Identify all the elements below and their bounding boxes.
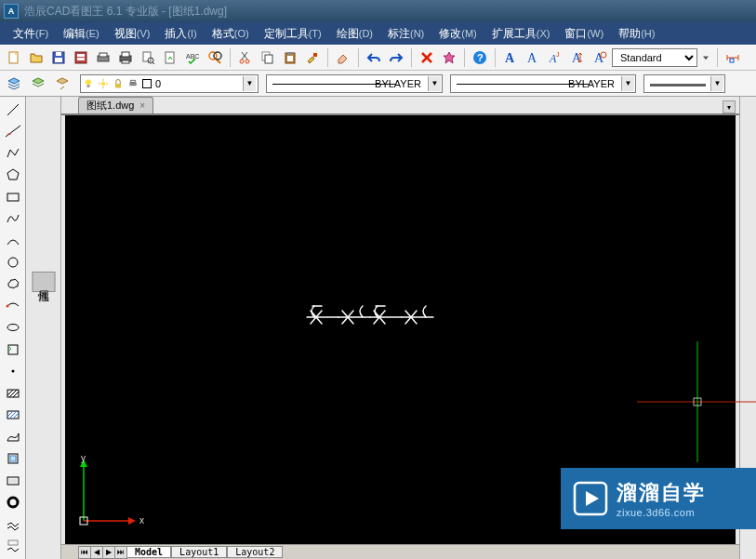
plotstyle-dropdown[interactable]: ▼ — [710, 76, 723, 91]
menu-file[interactable]: 文件(F) — [6, 22, 56, 46]
publish-button[interactable] — [160, 47, 180, 68]
drawing-entities — [307, 301, 437, 339]
layer-combo[interactable]: 0 ▼ — [80, 74, 259, 93]
menu-express-tools[interactable]: 扩展工具(X) — [484, 22, 558, 46]
menu-edit[interactable]: 编辑(E) — [56, 22, 107, 46]
linetype-dropdown[interactable]: ▼ — [428, 76, 441, 91]
spell-check-button[interactable]: ABC — [182, 47, 203, 68]
undo-button[interactable] — [364, 47, 384, 68]
menu-custom-tools[interactable]: 定制工具(T) — [257, 22, 329, 46]
new-button[interactable] — [4, 47, 24, 68]
layout-next-button[interactable]: ▶ — [102, 546, 115, 559]
dim-tool-icon[interactable] — [723, 47, 743, 68]
cut-button[interactable] — [235, 47, 256, 68]
text-tool-a2[interactable]: A — [523, 47, 543, 68]
purge-button[interactable] — [439, 47, 459, 68]
svg-rect-5 — [77, 54, 85, 57]
gradient-tool[interactable] — [2, 406, 24, 425]
menu-view[interactable]: 视图(V) — [107, 22, 158, 46]
arc-tool[interactable] — [2, 231, 24, 250]
delete-button[interactable] — [417, 47, 437, 68]
hatch-tool[interactable] — [2, 383, 24, 403]
plotstyle-combo[interactable]: ▼ — [643, 74, 725, 93]
layer-previous-button[interactable] — [52, 73, 73, 94]
svg-rect-60 — [7, 193, 19, 201]
text-tool-a3[interactable]: AJ — [545, 47, 565, 68]
menu-draw[interactable]: 绘图(D) — [329, 22, 380, 46]
layout-last-button[interactable]: ⏭ — [114, 546, 127, 559]
polyline-tool[interactable] — [2, 143, 24, 163]
ellipse-arc-tool[interactable] — [2, 296, 24, 315]
watermark-badge: 溜溜自学 zixue.3d66.com — [561, 468, 756, 529]
print-preview-button[interactable] — [138, 47, 158, 68]
lineweight-combo[interactable]: BYLAYER ▼ — [450, 74, 636, 93]
menu-insert[interactable]: 插入(I) — [157, 22, 204, 46]
print-button[interactable] — [115, 47, 136, 68]
spline-tool[interactable] — [2, 208, 24, 228]
wipeout-tool[interactable] — [2, 471, 24, 490]
revision-cloud-tool[interactable] — [2, 274, 24, 294]
save-button[interactable] — [48, 47, 69, 68]
document-tab[interactable]: 图纸1.dwg × — [78, 97, 153, 113]
copy-button[interactable] — [258, 47, 278, 68]
insert-block-tool[interactable] — [2, 339, 24, 359]
construction-line-tool[interactable] — [2, 121, 24, 140]
menu-help[interactable]: 帮助(H) — [611, 22, 662, 46]
paste-button[interactable] — [280, 47, 300, 68]
layout-first-button[interactable]: ⏮ — [78, 546, 91, 559]
layer-combo-dropdown[interactable]: ▼ — [243, 76, 256, 91]
ellipse-tool[interactable] — [2, 318, 24, 338]
layer-states-button[interactable] — [28, 73, 48, 94]
layer-manager-button[interactable] — [4, 73, 24, 94]
svg-text:A: A — [594, 51, 604, 65]
svg-text:A: A — [505, 51, 515, 65]
redo-button[interactable] — [386, 47, 406, 68]
layout-tab-1[interactable]: Layout1 — [171, 546, 227, 558]
svg-rect-55 — [131, 80, 136, 82]
menu-window[interactable]: 窗口(W) — [557, 22, 611, 46]
menu-format[interactable]: 格式(O) — [205, 22, 257, 46]
menu-dimension[interactable]: 标注(N) — [380, 22, 431, 46]
svg-rect-28 — [287, 56, 293, 61]
saveall-button[interactable] — [71, 47, 91, 68]
plot-button[interactable] — [93, 47, 113, 68]
document-tabs-overflow[interactable]: ▾ — [723, 100, 736, 113]
text-tool-a4[interactable]: A — [567, 47, 588, 68]
polygon-tool[interactable] — [2, 165, 24, 184]
svg-rect-6 — [77, 58, 85, 60]
menu-modify[interactable]: 修改(M) — [431, 22, 484, 46]
mtext-tool[interactable] — [2, 536, 24, 555]
multiline-tool[interactable] — [2, 514, 24, 534]
text-style-combo[interactable]: Standard — [612, 48, 697, 67]
svg-point-46 — [86, 79, 91, 85]
help-button[interactable]: ? — [470, 47, 490, 68]
svg-rect-12 — [143, 52, 151, 61]
line-tool[interactable] — [2, 100, 24, 119]
layout-tab-model[interactable]: Model — [126, 546, 171, 558]
region-tool[interactable] — [2, 427, 24, 446]
svg-point-62 — [6, 304, 8, 307]
text-tool-a1[interactable]: A — [500, 47, 521, 68]
lineweight-dropdown[interactable]: ▼ — [621, 76, 634, 91]
donut-tool[interactable] — [2, 492, 24, 512]
text-style-dropdown[interactable] — [699, 47, 712, 68]
find-button[interactable] — [205, 47, 225, 68]
layout-tab-2[interactable]: Layout2 — [227, 546, 283, 558]
linetype-combo[interactable]: BYLAYER ▼ — [266, 74, 443, 93]
main-toolbar: ABC ? A A AJ A A Standard — [0, 45, 756, 71]
svg-point-65 — [11, 370, 14, 373]
match-prop-button[interactable] — [302, 47, 323, 68]
rectangle-tool[interactable] — [2, 187, 24, 206]
text-tool-a5[interactable]: A — [590, 47, 610, 68]
open-button[interactable] — [26, 47, 46, 68]
layer-color-swatch — [142, 79, 152, 88]
erase-button[interactable] — [333, 47, 353, 68]
boundary-tool[interactable] — [2, 449, 24, 469]
properties-tab[interactable]: 属性 — [32, 272, 55, 292]
point-tool[interactable] — [2, 362, 24, 381]
circle-tool[interactable] — [2, 252, 24, 272]
svg-rect-75 — [10, 456, 16, 461]
app-logo-icon: A — [4, 4, 19, 19]
document-tab-close[interactable]: × — [139, 100, 145, 111]
layout-prev-button[interactable]: ◀ — [90, 546, 103, 559]
